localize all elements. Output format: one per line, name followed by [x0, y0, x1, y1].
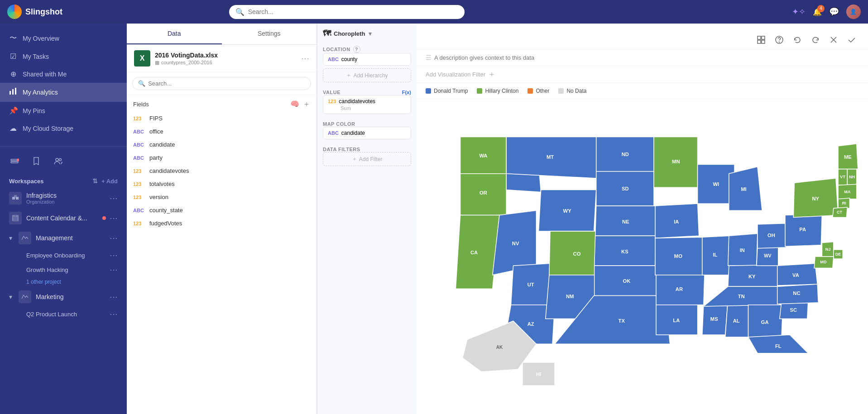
- field-item-candidate[interactable]: ABC candidate: [127, 138, 317, 151]
- plus-icon: ＋: [346, 71, 351, 79]
- field-item-fips[interactable]: 123 FIPS: [127, 112, 317, 125]
- tab-settings[interactable]: Settings: [222, 24, 317, 44]
- sidebar-item-my-overview[interactable]: 〜 My Overview: [0, 29, 127, 48]
- svg-point-16: [779, 42, 780, 43]
- project-more-button[interactable]: ⋯: [110, 251, 118, 259]
- svg-text:CA: CA: [470, 250, 478, 255]
- workspace-more-button[interactable]: ⋯: [110, 234, 118, 242]
- map-color-field-chip[interactable]: ABC candidate: [323, 127, 411, 139]
- project-employee-onboarding[interactable]: Employee Onboarding ⋯: [0, 248, 127, 262]
- sidebar-item-shared-with-me[interactable]: ⊕ Shared with Me: [0, 65, 127, 83]
- redo-button[interactable]: [808, 33, 823, 47]
- cloud-icon: ☁: [9, 124, 17, 133]
- field-item-candidatevotes[interactable]: 123 candidatevotes: [127, 164, 317, 177]
- close-button[interactable]: [826, 33, 841, 47]
- add-hierarchy-button[interactable]: ＋ Add Hierarchy: [323, 68, 411, 82]
- project-more-button[interactable]: ⋯: [110, 310, 118, 318]
- help-icon[interactable]: ?: [353, 46, 360, 53]
- tasks-icon: ☑: [9, 52, 17, 61]
- workspace-icon: [9, 212, 22, 224]
- tab-data[interactable]: Data: [127, 24, 222, 44]
- fields-search-container[interactable]: 🔍: [132, 77, 311, 90]
- workspace-more-button[interactable]: ⋯: [110, 214, 118, 222]
- grid-view-button[interactable]: [754, 33, 768, 47]
- workspace-more-button[interactable]: ⋯: [110, 293, 118, 301]
- field-type-string: ABC: [133, 155, 146, 161]
- other-project-link[interactable]: 1 other project: [0, 277, 127, 287]
- add-field-button[interactable]: ＋: [303, 100, 310, 109]
- main-layout: 〜 My Overview ☑ My Tasks ⊕ Shared with M…: [0, 24, 868, 414]
- search-input[interactable]: [248, 8, 458, 15]
- svg-text:NH: NH: [849, 175, 855, 179]
- sidebar-item-my-analytics[interactable]: My Analytics: [0, 83, 127, 102]
- workspace-more-button[interactable]: ⋯: [110, 194, 118, 202]
- chart-toolbar: [754, 31, 859, 49]
- notification-badge: 4: [817, 5, 825, 12]
- undo-button[interactable]: [790, 33, 805, 47]
- tab-bookmarks[interactable]: [29, 154, 43, 170]
- project-growth-hacking[interactable]: Growth Hacking ⋯: [0, 262, 127, 277]
- choropleth-header[interactable]: 🗺 Choropleth ▾: [323, 29, 411, 38]
- confirm-button[interactable]: [844, 33, 859, 47]
- map-color-label: MAP COLOR: [323, 121, 411, 127]
- svg-rect-12: [762, 36, 765, 39]
- project-name: Growth Hacking: [26, 266, 68, 273]
- location-section: LOCATION ? ABC county ＋ Add Hierarchy: [323, 46, 411, 82]
- sidebar-item-my-tasks[interactable]: ☑ My Tasks: [0, 48, 127, 65]
- fields-search-input[interactable]: [148, 80, 305, 87]
- pins-icon: 📌: [9, 106, 17, 115]
- sidebar-item-my-pins[interactable]: 📌 My Pins: [0, 102, 127, 119]
- brain-icon[interactable]: 🧠: [290, 100, 299, 109]
- notification-button[interactable]: 🔔 4: [813, 8, 822, 16]
- sort-icon[interactable]: ⇅: [92, 177, 98, 185]
- avatar[interactable]: 👤: [846, 5, 861, 19]
- search-icon: 🔍: [138, 80, 145, 87]
- chat-icon[interactable]: 💬: [829, 7, 839, 17]
- svg-text:KY: KY: [748, 274, 756, 279]
- us-map[interactable]: WA OR CA ID NV MT: [421, 104, 863, 409]
- tab-layers[interactable]: [7, 154, 22, 170]
- global-search[interactable]: 🔍: [229, 5, 465, 19]
- chart-description-row[interactable]: ☰: [417, 49, 868, 66]
- chart-title-input[interactable]: Presidential Election 2016 Turnout Rates: [426, 35, 748, 45]
- add-workspace-button[interactable]: + Add: [101, 178, 118, 185]
- field-item-version[interactable]: 123 version: [127, 190, 317, 204]
- topnav-right: ✦✧ 🔔 4 💬 👤: [792, 5, 861, 19]
- field-item-county-state[interactable]: ABC county_state: [127, 204, 317, 217]
- add-filter-label: Add Visualization Filter: [426, 71, 485, 78]
- workspace-content-calendar[interactable]: Content Calendar &... ⋯: [0, 208, 127, 228]
- sidebar-item-my-cloud-storage[interactable]: ☁ My Cloud Storage: [0, 119, 127, 137]
- add-filter-button[interactable]: ＋ Add Filter: [323, 152, 411, 166]
- field-chip-label: candidatevotes: [339, 98, 375, 105]
- workspace-marketing[interactable]: ▾ Marketing ⋯: [0, 287, 127, 307]
- field-name: candidatevotes: [149, 167, 189, 174]
- data-source-more-button[interactable]: ⋯: [301, 53, 309, 63]
- location-field-chip[interactable]: ABC county: [323, 53, 411, 66]
- location-label: LOCATION ?: [323, 46, 411, 53]
- field-item-fudgedvotes[interactable]: 123 fudgedVotes: [127, 217, 317, 230]
- fx-button[interactable]: F(x): [402, 90, 411, 95]
- value-field-chip[interactable]: 123 candidatevotes Sum: [323, 95, 411, 114]
- app-logo[interactable]: Slingshot: [7, 5, 62, 19]
- data-panel: Data Settings X 2016 VotingData.xlsx ▦ c…: [127, 24, 317, 414]
- tab-people[interactable]: [51, 154, 65, 170]
- field-item-office[interactable]: ABC office: [127, 125, 317, 138]
- svg-text:MT: MT: [547, 154, 554, 160]
- chart-description-input[interactable]: [434, 54, 859, 61]
- field-item-party[interactable]: ABC party: [127, 151, 317, 164]
- help-button[interactable]: [772, 33, 786, 47]
- plus-icon[interactable]: ＋: [488, 70, 495, 79]
- svg-text:FL: FL: [775, 343, 782, 349]
- choropleth-label: Choropleth: [334, 30, 365, 37]
- field-item-totalvotes[interactable]: 123 totalvotes: [127, 177, 317, 190]
- add-viz-filter-row[interactable]: Add Visualization Filter ＋: [417, 66, 868, 83]
- svg-text:MS: MS: [710, 316, 718, 322]
- svg-text:KS: KS: [621, 249, 628, 254]
- legend-color-other: [528, 88, 533, 94]
- workspace-infragistics[interactable]: Infragistics Organization ⋯: [0, 188, 127, 208]
- project-q2-product-launch[interactable]: Q2 Product Launch ⋯: [0, 307, 127, 321]
- workspace-management[interactable]: ▾ Management ⋯: [0, 228, 127, 248]
- project-more-button[interactable]: ⋯: [110, 266, 118, 274]
- svg-rect-4: [11, 162, 18, 163]
- legend-row: Donald Trump Hillary Clinton Other No Da…: [417, 83, 868, 99]
